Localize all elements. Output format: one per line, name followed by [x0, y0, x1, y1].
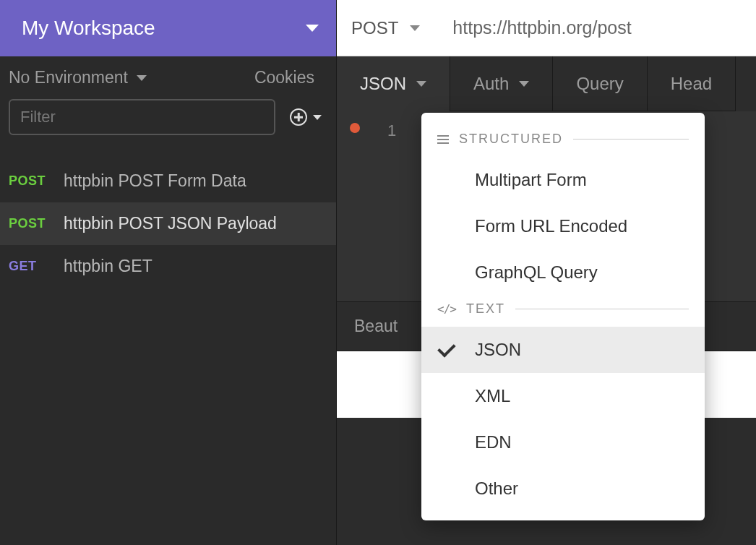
- dirty-indicator-icon: [350, 123, 360, 133]
- method-selector[interactable]: POST: [351, 18, 420, 38]
- request-item[interactable]: POSThttpbin POST JSON Payload: [0, 202, 336, 245]
- environment-selector[interactable]: No Environment: [9, 68, 147, 87]
- menu-item-edn[interactable]: EDN: [421, 419, 705, 465]
- main-panel: POST https://httpbin.org/post JSONAuthQu…: [337, 0, 756, 545]
- method-badge: POST: [9, 216, 51, 231]
- menu-item-json[interactable]: JSON: [421, 327, 705, 373]
- check-icon: [437, 339, 455, 357]
- body-type-dropdown: STRUCTUREDMultipart FormForm URL Encoded…: [421, 113, 705, 520]
- environment-label: No Environment: [9, 68, 128, 87]
- request-item[interactable]: POSThttpbin POST Form Data: [0, 160, 336, 202]
- caret-down-icon: [410, 25, 420, 31]
- tab-head[interactable]: Head: [648, 56, 736, 111]
- cookies-link[interactable]: Cookies: [254, 68, 314, 87]
- method-label: POST: [351, 18, 398, 38]
- filter-row: [0, 98, 336, 145]
- method-badge: POST: [9, 173, 51, 189]
- editor-gutter: [337, 120, 373, 301]
- menu-section-title: STRUCTURED: [459, 132, 563, 147]
- tab-label: Query: [576, 74, 623, 94]
- request-tabs: JSONAuthQueryHead: [337, 56, 756, 111]
- workspace-selector[interactable]: My Workspace: [0, 0, 336, 56]
- menu-item-label: JSON: [475, 340, 521, 360]
- menu-item-graphql-query[interactable]: GraphQL Query: [421, 249, 705, 296]
- caret-down-icon: [137, 75, 147, 81]
- request-list: POSThttpbin POST Form DataPOSThttpbin PO…: [0, 160, 336, 288]
- menu-section-header: </>TEXT: [421, 296, 705, 327]
- caret-down-icon: [306, 25, 319, 32]
- menu-section-header: STRUCTURED: [421, 126, 705, 157]
- request-name: httpbin POST Form Data: [64, 171, 246, 191]
- add-request-button[interactable]: [290, 108, 322, 126]
- workspace-title: My Workspace: [22, 17, 155, 40]
- method-badge: GET: [9, 259, 51, 274]
- caret-down-icon: [313, 115, 322, 120]
- menu-item-xml[interactable]: XML: [421, 373, 705, 419]
- menu-section-title: TEXT: [466, 301, 505, 317]
- sidebar: My Workspace No Environment Cookies POST…: [0, 0, 337, 545]
- plus-circle-icon: [290, 108, 307, 126]
- filter-input[interactable]: [9, 99, 275, 135]
- divider: [515, 309, 689, 309]
- url-input[interactable]: https://httpbin.org/post: [452, 17, 631, 38]
- menu-item-label: XML: [475, 386, 510, 406]
- menu-item-label: Other: [475, 479, 518, 499]
- request-item[interactable]: GEThttpbin GET: [0, 245, 336, 288]
- menu-item-label: Multipart Form: [475, 170, 587, 190]
- menu-item-multipart-form[interactable]: Multipart Form: [421, 157, 705, 203]
- menu-item-other[interactable]: Other: [421, 465, 705, 512]
- tab-label: JSON: [360, 74, 406, 94]
- tab-auth[interactable]: Auth: [450, 56, 553, 111]
- tab-label: Auth: [473, 74, 509, 94]
- tab-query[interactable]: Query: [553, 56, 647, 111]
- menu-item-form-url-encoded[interactable]: Form URL Encoded: [421, 203, 705, 249]
- request-name: httpbin POST JSON Payload: [64, 214, 277, 233]
- url-bar: POST https://httpbin.org/post: [337, 0, 756, 56]
- env-row: No Environment Cookies: [0, 56, 336, 98]
- hamburger-icon: [437, 135, 449, 144]
- menu-item-label: EDN: [475, 432, 512, 452]
- divider: [573, 139, 689, 140]
- code-icon: </>: [437, 302, 456, 316]
- line-number: 1: [373, 120, 396, 301]
- menu-item-label: Form URL Encoded: [475, 216, 627, 236]
- request-name: httpbin GET: [64, 257, 153, 276]
- caret-down-icon: [519, 81, 529, 87]
- tab-label: Head: [671, 74, 712, 94]
- beautify-button[interactable]: Beaut: [354, 317, 398, 336]
- tab-json[interactable]: JSON: [337, 56, 450, 111]
- menu-item-label: GraphQL Query: [475, 262, 598, 283]
- caret-down-icon: [416, 81, 426, 87]
